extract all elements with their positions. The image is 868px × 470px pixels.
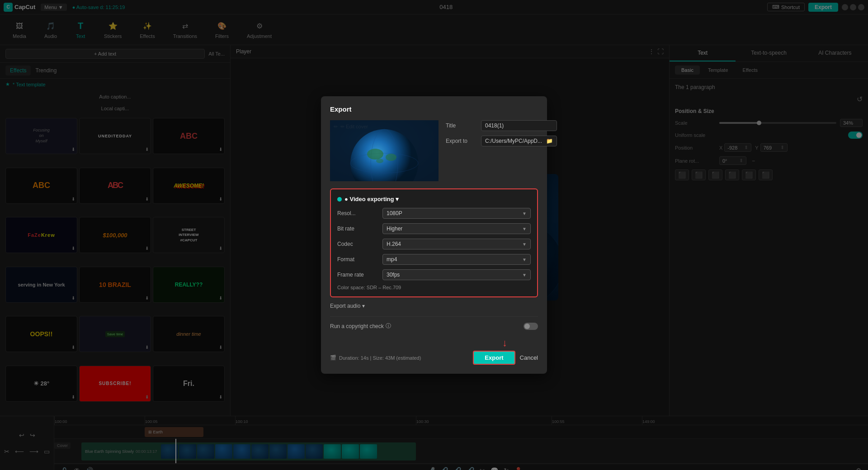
color-space-row: Color space: SDR – Rec.709: [337, 285, 531, 290]
copyright-row: Run a copyright check ⓘ: [330, 322, 538, 330]
bit-rate-row: Bit rate Higher ▼: [337, 223, 531, 234]
format-select[interactable]: mp4 ▼: [382, 254, 531, 265]
frame-rate-chevron: ▼: [522, 273, 527, 277]
video-file-icon: 🎬: [330, 355, 336, 361]
export-cover-preview[interactable]: ✏ ✏ Edit cover: [330, 120, 439, 181]
export-top-section: ✏ ✏ Edit cover: [330, 120, 538, 181]
exporting-indicator: [337, 197, 342, 202]
video-exporting-label: ● Video exporting ▾: [344, 196, 399, 202]
export-dialog: Export ✏ ✏ Edit cover: [321, 96, 547, 374]
video-exporting-box: ● Video exporting ▾ Resol... 1080P ▼ Bit…: [330, 188, 538, 297]
svg-point-8: [367, 149, 383, 160]
codec-label: Codec: [337, 241, 382, 247]
bit-rate-chevron: ▼: [522, 226, 527, 231]
export-to-field-row: Export to C:/Users/MyPC/AppD... 📁: [446, 136, 557, 146]
svg-point-9: [386, 154, 396, 161]
cancel-button[interactable]: Cancel: [520, 354, 538, 361]
svg-point-10: [376, 159, 383, 163]
export-actions: Export Cancel: [473, 351, 538, 365]
resolution-row: Resol... 1080P ▼: [337, 208, 531, 219]
format-row: Format mp4 ▼: [337, 254, 531, 265]
info-icon: ⓘ: [386, 322, 391, 330]
resolution-label: Resol...: [337, 210, 382, 216]
export-to-label: Export to: [446, 138, 477, 144]
divider: [330, 316, 538, 317]
copyright-label: Run a copyright check ⓘ: [330, 322, 391, 330]
frame-rate-select[interactable]: 30fps ▼: [382, 269, 531, 280]
export-button[interactable]: Export: [473, 351, 515, 365]
title-field-input[interactable]: [481, 120, 557, 131]
bit-rate-label: Bit rate: [337, 226, 382, 232]
codec-select[interactable]: H.264 ▼: [382, 239, 531, 249]
frame-rate-row: Frame rate 30fps ▼: [337, 269, 531, 280]
codec-chevron: ▼: [522, 242, 527, 247]
export-fields: Title Export to C:/Users/MyPC/AppD... 📁: [446, 120, 557, 181]
export-audio-button[interactable]: Export audio ▾: [330, 303, 365, 309]
export-info: 🎬 Duration: 14s | Size: 43M (estimated): [330, 355, 421, 361]
copyright-toggle[interactable]: [524, 323, 538, 330]
export-footer: 🎬 Duration: 14s | Size: 43M (estimated) …: [330, 351, 538, 365]
folder-icon: 📁: [546, 138, 553, 144]
export-duration-size: Duration: 14s | Size: 43M (estimated): [339, 355, 421, 361]
video-exporting-header: ● Video exporting ▾: [337, 196, 531, 202]
format-label: Format: [337, 256, 382, 263]
resolution-chevron: ▼: [522, 211, 527, 216]
format-chevron: ▼: [522, 257, 527, 262]
codec-row: Codec H.264 ▼: [337, 239, 531, 249]
title-field-row: Title: [446, 120, 557, 131]
title-field-label: Title: [446, 122, 477, 129]
frame-rate-label: Frame rate: [337, 272, 382, 278]
export-to-path[interactable]: C:/Users/MyPC/AppD... 📁: [481, 136, 557, 146]
bit-rate-select[interactable]: Higher ▼: [382, 223, 531, 234]
export-dialog-overlay: Export ✏ ✏ Edit cover: [0, 0, 868, 470]
export-dialog-title: Export: [330, 105, 538, 113]
resolution-select[interactable]: 1080P ▼: [382, 208, 531, 219]
export-arrow-indicator: ↓: [502, 337, 507, 349]
